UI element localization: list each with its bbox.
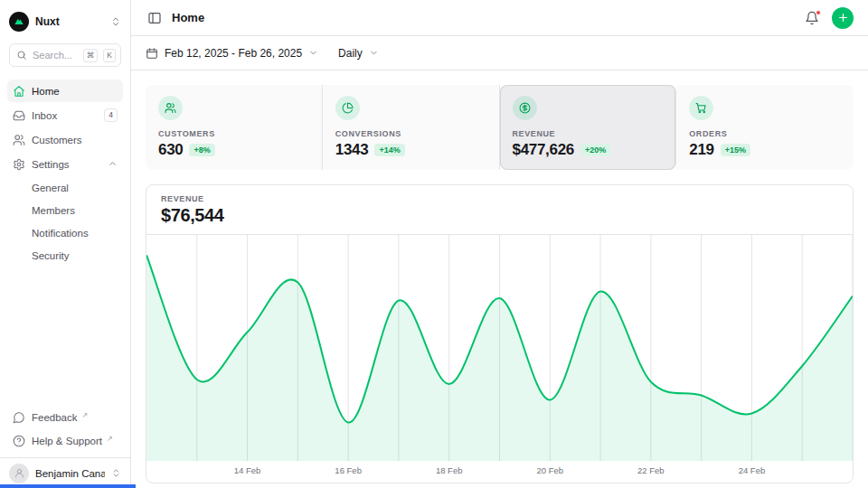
chevron-down-icon: [308, 48, 318, 58]
sidebar-item-customers[interactable]: Customers: [7, 128, 123, 151]
sidebar-item-general[interactable]: General: [7, 177, 123, 198]
home-icon: [13, 85, 25, 98]
inbox-icon: [13, 109, 25, 122]
person-icon: [14, 467, 25, 479]
stat-value: 1343: [335, 141, 369, 159]
stat-delta-badge: +15%: [721, 144, 750, 156]
stat-icon-circle: [513, 96, 537, 120]
kbd-cmd: ⌘: [83, 49, 99, 62]
sidebar-item-label: Inbox: [32, 110, 98, 121]
header-actions: [803, 7, 854, 29]
user-menu[interactable]: Benjamin Canac: [0, 457, 130, 488]
filters-toolbar: Feb 12, 2025 - Feb 26, 2025 Daily: [131, 36, 868, 70]
stat-label: CUSTOMERS: [158, 129, 309, 138]
calendar-icon: [146, 47, 158, 60]
sidebar-nav: Home Inbox 4 Customers Settings General …: [7, 80, 123, 266]
stat-label: ORDERS: [689, 129, 841, 138]
chart-current-value: $76,544: [161, 205, 838, 226]
sidebar-item-inbox[interactable]: Inbox 4: [7, 104, 123, 127]
sidebar-child-label: Security: [32, 250, 70, 261]
chart-title: REVENUE: [161, 194, 838, 203]
granularity-select[interactable]: Daily: [338, 47, 379, 60]
sidebar-child-label: Notifications: [32, 228, 89, 239]
x-axis-label: 18 Feb: [436, 465, 463, 475]
sidebar-spacer: [0, 266, 130, 407]
chevron-up-icon: [108, 159, 118, 169]
external-link-icon: ↗: [107, 433, 113, 446]
chart-svg: [146, 235, 853, 461]
page-title: Home: [172, 11, 204, 24]
help-support-link[interactable]: Help & Support ↗: [7, 430, 123, 452]
chart-pie-icon: [342, 102, 354, 114]
sidebar-item-label: Settings: [32, 159, 101, 170]
sidebar-child-label: General: [32, 183, 69, 193]
x-axis-label: 14 Feb: [234, 465, 261, 475]
sidebar-footer: Feedback ↗ Help & Support ↗: [7, 407, 123, 452]
chart-header: REVENUE $76,544: [146, 185, 853, 235]
x-axis-label: 16 Feb: [335, 465, 362, 475]
external-link-icon: ↗: [82, 409, 89, 422]
help-circle-icon: [13, 435, 25, 447]
sidebar-item-security[interactable]: Security: [7, 245, 123, 266]
x-axis-label: 20 Feb: [536, 465, 563, 475]
sidebar: Nuxt ⌘ K Home Inbox 4 Customers Settings…: [0, 0, 131, 488]
feedback-label: Feedback: [32, 411, 78, 424]
add-button[interactable]: [832, 7, 854, 29]
stat-icon-circle: [689, 96, 713, 120]
workspace-switcher[interactable]: Nuxt: [9, 9, 121, 34]
sidebar-item-home[interactable]: Home: [7, 80, 123, 102]
stat-card-revenue[interactable]: REVENUE $477,626 +20%: [500, 85, 677, 170]
users-icon: [13, 134, 25, 146]
stat-icon-circle: [335, 96, 360, 120]
inbox-count-badge: 4: [104, 108, 118, 122]
users-icon: [165, 102, 176, 114]
stat-value: 219: [689, 141, 713, 159]
stat-delta-badge: +8%: [189, 144, 214, 156]
chevrons-up-down-icon: [111, 468, 121, 478]
feedback-link[interactable]: Feedback ↗: [7, 407, 123, 428]
stat-card-conversions[interactable]: CONVERSIONS 1343 +14%: [323, 85, 500, 170]
page-content: CUSTOMERS 630 +8% CONVERSIONS 1343 +14%: [131, 70, 868, 488]
sidebar-child-label: Members: [32, 205, 75, 216]
bottom-blue-bar: [0, 484, 136, 488]
stat-value: $477,626: [513, 141, 575, 159]
notifications-button[interactable]: [803, 9, 821, 27]
stat-value: 630: [158, 141, 183, 159]
plus-icon: [837, 12, 849, 23]
notification-dot: [816, 10, 821, 15]
search-field[interactable]: [33, 50, 78, 61]
stat-label: REVENUE: [513, 129, 664, 138]
stat-delta-badge: +14%: [374, 144, 404, 156]
x-axis-label: 24 Feb: [739, 465, 766, 475]
help-support-label: Help & Support: [32, 435, 102, 447]
message-bubble-icon: [13, 411, 25, 424]
revenue-area-chart[interactable]: [146, 235, 853, 461]
sidebar-item-notifications[interactable]: Notifications: [7, 222, 123, 243]
revenue-chart-panel: REVENUE $76,544 14 Feb16 Feb18 Feb20 Feb…: [146, 184, 854, 483]
date-range-label: Feb 12, 2025 - Feb 26, 2025: [165, 47, 302, 60]
stat-card-orders[interactable]: ORDERS 219 +15%: [676, 85, 854, 170]
x-axis-label: 22 Feb: [637, 465, 665, 475]
panel-left-icon: [147, 11, 162, 25]
sidebar-item-label: Customers: [32, 135, 118, 145]
chevron-down-icon: [369, 48, 379, 58]
sidebar-item-members[interactable]: Members: [7, 200, 123, 221]
stat-delta-badge: +20%: [580, 144, 610, 156]
avatar: [9, 464, 29, 483]
stat-card-customers[interactable]: CUSTOMERS 630 +8%: [146, 85, 323, 170]
workspace-name: Nuxt: [35, 15, 104, 28]
gear-icon: [13, 158, 25, 171]
x-axis: 14 Feb16 Feb18 Feb20 Feb22 Feb24 Feb: [146, 461, 853, 483]
stat-label: CONVERSIONS: [335, 129, 486, 138]
search-input[interactable]: ⌘ K: [9, 43, 121, 67]
date-range-picker[interactable]: Feb 12, 2025 - Feb 26, 2025: [146, 47, 318, 60]
dollar-circle-icon: [519, 102, 531, 114]
nuxt-logo-icon: [9, 12, 29, 32]
collapse-sidebar-button[interactable]: [146, 9, 164, 27]
kbd-k: K: [103, 49, 116, 62]
search-icon: [16, 50, 27, 61]
shopping-cart-icon: [695, 102, 707, 114]
main-area: Home Feb 12, 2025 - Feb 26, 2025 Daily: [131, 0, 868, 488]
sidebar-item-settings[interactable]: Settings: [7, 153, 123, 175]
sidebar-item-label: Home: [32, 86, 118, 97]
